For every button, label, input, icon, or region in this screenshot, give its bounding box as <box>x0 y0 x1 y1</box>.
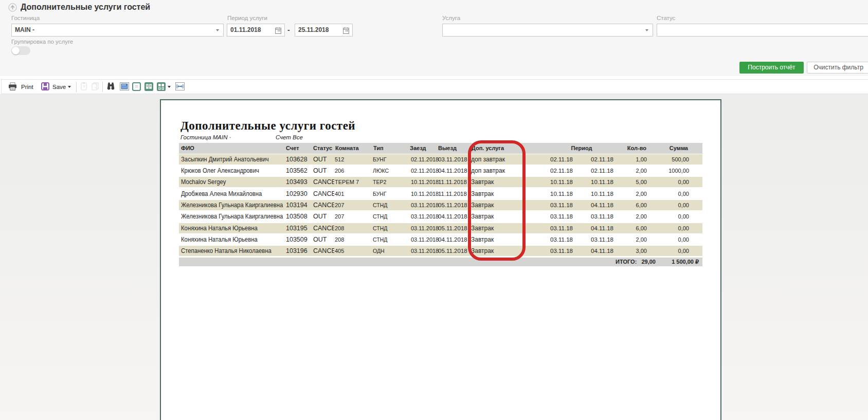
svg-text:?: ? <box>83 84 85 89</box>
svg-text:→: → <box>93 85 97 89</box>
